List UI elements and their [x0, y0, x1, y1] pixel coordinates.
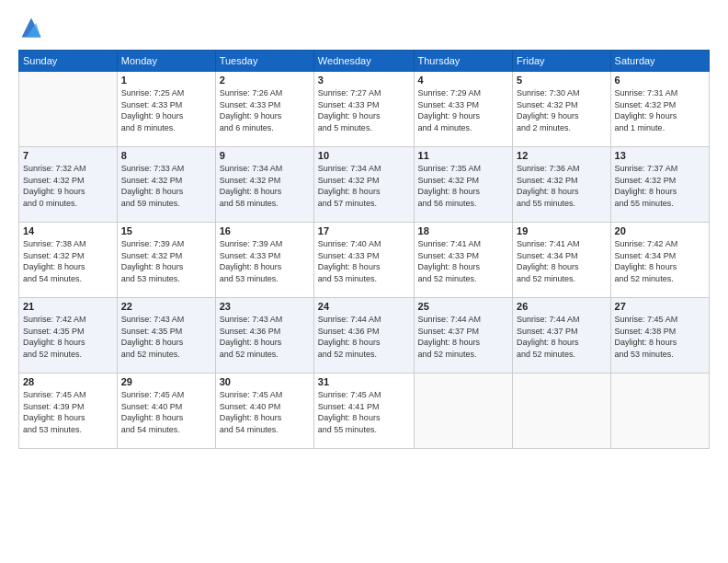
day-info: Sunrise: 7:39 AM Sunset: 4:32 PM Dayligh… — [121, 238, 211, 284]
day-info: Sunrise: 7:43 AM Sunset: 4:36 PM Dayligh… — [220, 314, 310, 360]
day-info: Sunrise: 7:39 AM Sunset: 4:33 PM Dayligh… — [220, 238, 310, 284]
day-cell: 28Sunrise: 7:45 AM Sunset: 4:39 PM Dayli… — [19, 373, 118, 449]
day-cell: 22Sunrise: 7:43 AM Sunset: 4:35 PM Dayli… — [117, 298, 215, 373]
day-info: Sunrise: 7:32 AM Sunset: 4:32 PM Dayligh… — [23, 163, 113, 209]
day-cell: 27Sunrise: 7:45 AM Sunset: 4:38 PM Dayli… — [610, 298, 709, 373]
day-number: 30 — [220, 376, 310, 387]
day-number: 5 — [517, 75, 607, 86]
day-cell: 3Sunrise: 7:27 AM Sunset: 4:33 PM Daylig… — [313, 72, 414, 147]
day-number: 25 — [418, 301, 509, 312]
day-cell: 6Sunrise: 7:31 AM Sunset: 4:32 PM Daylig… — [610, 72, 709, 147]
day-cell: 5Sunrise: 7:30 AM Sunset: 4:32 PM Daylig… — [513, 72, 611, 147]
day-info: Sunrise: 7:37 AM Sunset: 4:32 PM Dayligh… — [615, 163, 705, 209]
day-info: Sunrise: 7:42 AM Sunset: 4:35 PM Dayligh… — [23, 314, 113, 360]
header-cell-wednesday: Wednesday — [313, 51, 414, 72]
day-cell: 24Sunrise: 7:44 AM Sunset: 4:36 PM Dayli… — [313, 298, 414, 373]
day-info: Sunrise: 7:43 AM Sunset: 4:35 PM Dayligh… — [121, 314, 211, 360]
calendar: SundayMondayTuesdayWednesdayThursdayFrid… — [18, 50, 710, 449]
day-number: 17 — [318, 225, 410, 236]
day-number: 10 — [318, 150, 410, 161]
day-cell: 26Sunrise: 7:44 AM Sunset: 4:37 PM Dayli… — [513, 298, 611, 373]
day-number: 12 — [517, 150, 607, 161]
day-number: 20 — [615, 225, 705, 236]
day-cell: 29Sunrise: 7:45 AM Sunset: 4:40 PM Dayli… — [117, 373, 215, 449]
day-cell: 25Sunrise: 7:44 AM Sunset: 4:37 PM Dayli… — [414, 298, 513, 373]
day-info: Sunrise: 7:44 AM Sunset: 4:37 PM Dayligh… — [418, 314, 509, 360]
day-number: 16 — [220, 225, 310, 236]
day-cell: 7Sunrise: 7:32 AM Sunset: 4:32 PM Daylig… — [19, 147, 118, 223]
day-cell — [19, 72, 118, 147]
day-info: Sunrise: 7:45 AM Sunset: 4:41 PM Dayligh… — [318, 389, 410, 435]
day-cell: 14Sunrise: 7:38 AM Sunset: 4:32 PM Dayli… — [19, 223, 118, 298]
header-cell-sunday: Sunday — [19, 51, 118, 72]
day-info: Sunrise: 7:45 AM Sunset: 4:40 PM Dayligh… — [121, 389, 211, 435]
day-info: Sunrise: 7:34 AM Sunset: 4:32 PM Dayligh… — [220, 163, 310, 209]
day-cell — [414, 373, 513, 449]
day-info: Sunrise: 7:41 AM Sunset: 4:34 PM Dayligh… — [517, 238, 607, 284]
header-cell-monday: Monday — [117, 51, 215, 72]
day-number: 21 — [23, 301, 113, 312]
day-info: Sunrise: 7:45 AM Sunset: 4:40 PM Dayligh… — [220, 389, 310, 435]
logo-icon — [18, 15, 44, 40]
week-row: 21Sunrise: 7:42 AM Sunset: 4:35 PM Dayli… — [19, 298, 710, 373]
day-cell: 13Sunrise: 7:37 AM Sunset: 4:32 PM Dayli… — [610, 147, 709, 223]
day-number: 1 — [121, 75, 211, 86]
day-cell: 1Sunrise: 7:25 AM Sunset: 4:33 PM Daylig… — [117, 72, 215, 147]
day-number: 31 — [318, 376, 410, 387]
day-cell: 9Sunrise: 7:34 AM Sunset: 4:32 PM Daylig… — [215, 147, 313, 223]
day-info: Sunrise: 7:44 AM Sunset: 4:37 PM Dayligh… — [517, 314, 607, 360]
day-cell: 23Sunrise: 7:43 AM Sunset: 4:36 PM Dayli… — [215, 298, 313, 373]
header-cell-thursday: Thursday — [414, 51, 513, 72]
day-info: Sunrise: 7:34 AM Sunset: 4:32 PM Dayligh… — [318, 163, 410, 209]
day-info: Sunrise: 7:44 AM Sunset: 4:36 PM Dayligh… — [318, 314, 410, 360]
day-number: 7 — [23, 150, 113, 161]
header-cell-friday: Friday — [513, 51, 611, 72]
header-cell-saturday: Saturday — [610, 51, 709, 72]
day-info: Sunrise: 7:26 AM Sunset: 4:33 PM Dayligh… — [220, 87, 310, 133]
week-row: 1Sunrise: 7:25 AM Sunset: 4:33 PM Daylig… — [19, 72, 710, 147]
day-info: Sunrise: 7:36 AM Sunset: 4:32 PM Dayligh… — [517, 163, 607, 209]
day-cell: 10Sunrise: 7:34 AM Sunset: 4:32 PM Dayli… — [313, 147, 414, 223]
day-number: 19 — [517, 225, 607, 236]
week-row: 28Sunrise: 7:45 AM Sunset: 4:39 PM Dayli… — [19, 373, 710, 449]
day-number: 14 — [23, 225, 113, 236]
day-info: Sunrise: 7:45 AM Sunset: 4:39 PM Dayligh… — [23, 389, 113, 435]
day-number: 6 — [615, 75, 705, 86]
day-cell: 30Sunrise: 7:45 AM Sunset: 4:40 PM Dayli… — [215, 373, 313, 449]
calendar-body: 1Sunrise: 7:25 AM Sunset: 4:33 PM Daylig… — [19, 72, 710, 449]
day-number: 13 — [615, 150, 705, 161]
day-cell — [610, 373, 709, 449]
day-info: Sunrise: 7:25 AM Sunset: 4:33 PM Dayligh… — [121, 87, 211, 133]
day-info: Sunrise: 7:33 AM Sunset: 4:32 PM Dayligh… — [121, 163, 211, 209]
day-info: Sunrise: 7:45 AM Sunset: 4:38 PM Dayligh… — [615, 314, 705, 360]
header-cell-tuesday: Tuesday — [215, 51, 313, 72]
week-row: 14Sunrise: 7:38 AM Sunset: 4:32 PM Dayli… — [19, 223, 710, 298]
day-number: 2 — [220, 75, 310, 86]
day-cell: 31Sunrise: 7:45 AM Sunset: 4:41 PM Dayli… — [313, 373, 414, 449]
day-number: 29 — [121, 376, 211, 387]
day-cell: 4Sunrise: 7:29 AM Sunset: 4:33 PM Daylig… — [414, 72, 513, 147]
day-number: 27 — [615, 301, 705, 312]
logo — [18, 15, 48, 40]
day-cell: 15Sunrise: 7:39 AM Sunset: 4:32 PM Dayli… — [117, 223, 215, 298]
calendar-header: SundayMondayTuesdayWednesdayThursdayFrid… — [19, 51, 710, 72]
header-row: SundayMondayTuesdayWednesdayThursdayFrid… — [19, 51, 710, 72]
day-cell: 11Sunrise: 7:35 AM Sunset: 4:32 PM Dayli… — [414, 147, 513, 223]
day-cell: 18Sunrise: 7:41 AM Sunset: 4:33 PM Dayli… — [414, 223, 513, 298]
day-info: Sunrise: 7:35 AM Sunset: 4:32 PM Dayligh… — [418, 163, 509, 209]
day-cell: 21Sunrise: 7:42 AM Sunset: 4:35 PM Dayli… — [19, 298, 118, 373]
day-number: 24 — [318, 301, 410, 312]
day-number: 4 — [418, 75, 509, 86]
day-number: 23 — [220, 301, 310, 312]
day-info: Sunrise: 7:31 AM Sunset: 4:32 PM Dayligh… — [615, 87, 705, 133]
day-cell: 20Sunrise: 7:42 AM Sunset: 4:34 PM Dayli… — [610, 223, 709, 298]
day-cell: 12Sunrise: 7:36 AM Sunset: 4:32 PM Dayli… — [513, 147, 611, 223]
day-cell: 16Sunrise: 7:39 AM Sunset: 4:33 PM Dayli… — [215, 223, 313, 298]
header — [18, 15, 710, 40]
week-row: 7Sunrise: 7:32 AM Sunset: 4:32 PM Daylig… — [19, 147, 710, 223]
day-info: Sunrise: 7:38 AM Sunset: 4:32 PM Dayligh… — [23, 238, 113, 284]
day-cell: 2Sunrise: 7:26 AM Sunset: 4:33 PM Daylig… — [215, 72, 313, 147]
day-number: 22 — [121, 301, 211, 312]
day-number: 15 — [121, 225, 211, 236]
day-number: 3 — [318, 75, 410, 86]
